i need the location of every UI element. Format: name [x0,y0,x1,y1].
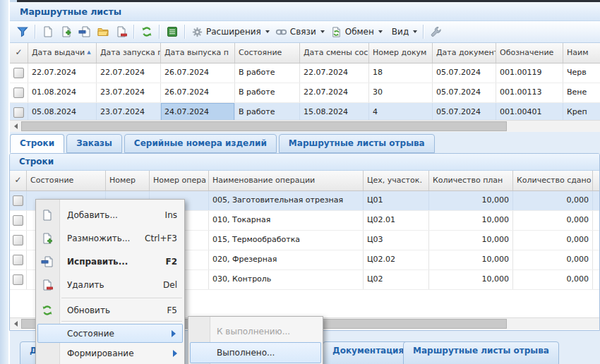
scroll-left-button[interactable] [10,318,21,329]
row-check-cell[interactable] [10,270,27,289]
cell-designation[interactable]: 001.00113 [496,83,563,102]
table-row[interactable]: 22.07.2024 22.07.2024 26.07.2024 В работ… [10,63,600,83]
active-cell[interactable]: 24.07.2024 [161,103,235,122]
row-check-cell[interactable] [10,211,27,230]
edit-row-button[interactable] [76,24,93,40]
row-check-cell[interactable] [10,250,27,269]
cell-qty-done[interactable]: 0,000 [513,270,593,289]
submenu-item-completed[interactable]: Выполнено... [190,342,321,363]
cell-doc-date[interactable]: 05.07.2024 [433,63,496,83]
cell-launch-date[interactable]: 22.07.2024 [97,63,161,83]
cell-qty-plan[interactable]: 10,000 [429,211,513,230]
column-header-qty-plan[interactable]: Количество план [429,171,513,190]
column-header-launch-date[interactable]: Дата запуска п [97,43,161,63]
checkbox[interactable] [13,215,23,226]
column-header-qty-done[interactable]: Количество сдано [513,171,593,190]
cell-partial[interactable] [593,270,600,289]
cell-state[interactable]: В работе [235,103,300,122]
refresh-button[interactable] [138,24,155,40]
menu-item-copy[interactable]: Размножить...Ctrl+F3 [36,226,184,250]
cell-release-date[interactable]: 26.07.2024 [161,83,235,102]
cell-state[interactable]: В работе [235,83,300,102]
cell-qty-done[interactable]: 0,000 [513,231,593,250]
links-menu-button[interactable]: Связи [273,25,327,40]
cell-qty-done[interactable]: 0,000 [513,250,593,269]
routes-table-hscrollbar[interactable] [10,120,600,132]
cell-launch-date[interactable]: 23.07.2024 [97,103,161,122]
checkbox[interactable] [13,235,23,245]
cell-qty-plan[interactable]: 10,000 [429,270,513,289]
checkbox[interactable] [13,68,24,78]
extensions-menu-button[interactable]: Расширения [189,25,272,40]
cell-shop[interactable]: Ц02.01 [364,211,429,230]
cell-shop[interactable]: Ц03 [364,231,429,250]
view-menu-button[interactable]: Вид [390,25,419,38]
scroll-left-button[interactable] [10,121,21,132]
column-header-designation[interactable]: Обозначение [496,43,563,63]
cell-state-change-date[interactable]: 22.07.2024 [300,63,369,83]
column-header-shop[interactable]: Цех, участок. [364,171,429,190]
open-folder-button[interactable] [95,24,112,40]
column-header-state[interactable]: Состояние [27,171,106,190]
cell-name[interactable]: Черв [563,63,600,83]
cell-shop[interactable]: Ц02.02 [364,250,429,269]
cell-designation[interactable]: 001.00119 [496,63,563,83]
column-header-partial[interactable] [593,171,600,190]
cell-op-name[interactable]: 020, Фрезерная [209,250,364,269]
menu-item-add[interactable]: Добавить...Ins [36,203,184,226]
delete-row-button[interactable] [113,24,130,40]
column-header-state-change-date[interactable]: Дата смены сос [300,43,369,63]
cell-designation[interactable]: 001.00401 [496,103,563,122]
menu-item-refresh[interactable]: ОбновитьF5 [36,301,184,320]
cell-qty-done[interactable]: 0,000 [513,191,593,210]
menu-item-delete[interactable]: УдалитьDel [36,273,184,296]
tab-lines[interactable]: Строки [10,134,64,153]
cell-issue-date[interactable]: 01.08.2024 [28,83,97,102]
tab-tearoff-route-sheets[interactable]: Маршрутные листы отрыва [279,134,435,153]
cell-doc-number[interactable]: 18 [369,63,433,83]
column-header-release-date[interactable]: Дата выпуска п [161,43,235,63]
tab-serial-numbers[interactable]: Серийные номера изделий [124,134,277,153]
cell-shop[interactable]: Ц02 [364,270,429,289]
cell-partial[interactable] [593,231,600,250]
checkbox[interactable] [13,255,23,265]
cell-launch-date[interactable]: 23.07.2024 [97,83,161,102]
column-header-doc-number[interactable]: Номер докум [369,43,433,63]
cell-partial[interactable] [593,211,600,230]
settings-button[interactable] [428,24,445,40]
cell-name[interactable]: Креп [563,103,600,122]
checkbox[interactable] [13,195,23,206]
column-header-doc-date[interactable]: Дата документа [433,43,496,63]
bottom-tab-tearoff-route-sheets[interactable]: Маршрутные листы отрыва [403,341,559,364]
exchange-menu-button[interactable]: Обмен [328,25,385,40]
row-check-cell[interactable] [10,231,27,250]
cell-doc-date[interactable]: 05.07.2024 [433,103,496,122]
column-header-number[interactable]: Номер [106,171,150,190]
cell-state-change-date[interactable]: 22.07.2024 [300,83,369,102]
filter-button[interactable] [14,24,31,40]
column-header-name[interactable]: Наим [563,43,600,63]
cell-shop[interactable]: Ц01 [364,191,429,210]
cell-name[interactable]: Вене [563,83,600,102]
copy-row-button[interactable] [58,24,75,40]
cell-qty-plan[interactable]: 10,000 [429,191,513,210]
new-row-button[interactable] [40,24,56,40]
cell-qty-plan[interactable]: 10,000 [429,250,513,269]
tab-orders[interactable]: Заказы [66,134,122,153]
cell-op-name[interactable]: 015, Термообработка [209,231,364,250]
row-check-cell[interactable] [10,191,27,210]
select-all-header[interactable]: ✓ [10,43,28,63]
menu-item-generation[interactable]: Формирование [36,344,184,363]
cell-qty-done[interactable]: 0,000 [513,211,593,230]
bottom-tab-documentation[interactable]: Документация [323,341,414,364]
cell-partial[interactable] [593,191,600,210]
cell-state-change-date[interactable]: 15.08.2024 [300,103,369,122]
table-row[interactable]: 01.08.2024 23.07.2024 26.07.2024 В работ… [10,83,600,103]
cell-qty-plan[interactable]: 10,000 [429,231,513,250]
row-check-cell[interactable] [10,103,28,122]
checkbox[interactable] [13,87,24,98]
scrollbar-thumb[interactable] [21,121,507,131]
cell-doc-number[interactable]: 4 [369,103,433,122]
row-check-cell[interactable] [10,63,28,83]
cell-issue-date[interactable]: 22.07.2024 [28,63,97,83]
